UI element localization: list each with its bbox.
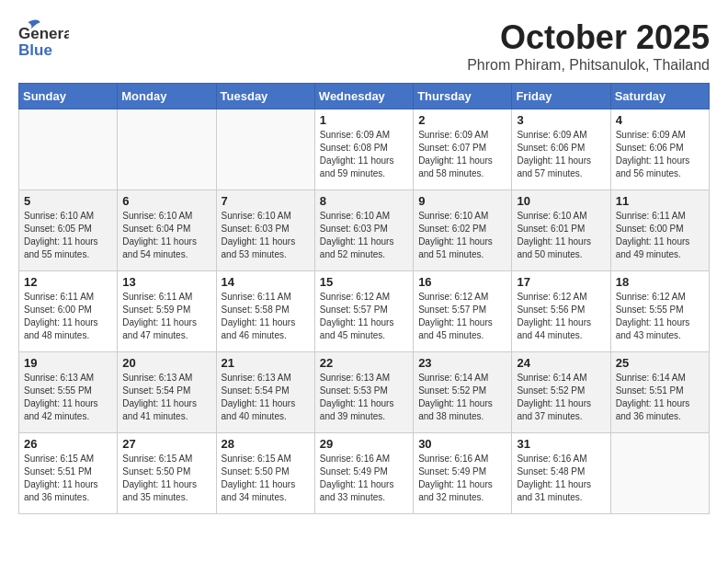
calendar-cell: 29Sunrise: 6:16 AM Sunset: 5:49 PM Dayli… bbox=[314, 433, 413, 514]
day-number: 11 bbox=[616, 194, 704, 208]
calendar-cell: 26Sunrise: 6:15 AM Sunset: 5:51 PM Dayli… bbox=[19, 433, 118, 514]
calendar-cell: 25Sunrise: 6:14 AM Sunset: 5:51 PM Dayli… bbox=[610, 352, 709, 433]
day-number: 19 bbox=[24, 356, 112, 370]
day-number: 21 bbox=[222, 356, 310, 370]
day-number: 22 bbox=[320, 356, 408, 370]
svg-text:General: General bbox=[18, 25, 69, 42]
cell-info: Sunrise: 6:10 AM Sunset: 6:03 PM Dayligh… bbox=[320, 210, 408, 261]
day-number: 23 bbox=[418, 356, 506, 370]
weekday-header-thursday: Thursday bbox=[414, 84, 512, 109]
cell-info: Sunrise: 6:10 AM Sunset: 6:03 PM Dayligh… bbox=[222, 210, 310, 261]
cell-info: Sunrise: 6:15 AM Sunset: 5:51 PM Dayligh… bbox=[24, 453, 112, 504]
cell-info: Sunrise: 6:09 AM Sunset: 6:06 PM Dayligh… bbox=[517, 129, 605, 180]
cell-info: Sunrise: 6:15 AM Sunset: 5:50 PM Dayligh… bbox=[222, 453, 310, 504]
cell-info: Sunrise: 6:16 AM Sunset: 5:48 PM Dayligh… bbox=[517, 453, 605, 504]
day-number: 18 bbox=[616, 275, 704, 289]
cell-info: Sunrise: 6:09 AM Sunset: 6:06 PM Dayligh… bbox=[616, 129, 704, 180]
calendar-cell: 16Sunrise: 6:12 AM Sunset: 5:57 PM Dayli… bbox=[414, 271, 512, 352]
cell-info: Sunrise: 6:11 AM Sunset: 6:00 PM Dayligh… bbox=[24, 291, 112, 342]
day-number: 17 bbox=[517, 275, 605, 289]
day-number: 9 bbox=[418, 194, 506, 208]
day-number: 24 bbox=[517, 356, 605, 370]
calendar-cell: 24Sunrise: 6:14 AM Sunset: 5:52 PM Dayli… bbox=[512, 352, 610, 433]
cell-info: Sunrise: 6:14 AM Sunset: 5:51 PM Dayligh… bbox=[616, 372, 704, 423]
calendar-cell: 1Sunrise: 6:09 AM Sunset: 6:08 PM Daylig… bbox=[314, 109, 413, 190]
cell-info: Sunrise: 6:16 AM Sunset: 5:49 PM Dayligh… bbox=[418, 453, 506, 504]
cell-info: Sunrise: 6:13 AM Sunset: 5:55 PM Dayligh… bbox=[24, 372, 112, 423]
day-number: 7 bbox=[222, 194, 310, 208]
cell-info: Sunrise: 6:09 AM Sunset: 6:08 PM Dayligh… bbox=[320, 129, 408, 180]
day-number: 27 bbox=[122, 437, 210, 451]
calendar-cell: 27Sunrise: 6:15 AM Sunset: 5:50 PM Dayli… bbox=[118, 433, 216, 514]
cell-info: Sunrise: 6:10 AM Sunset: 6:04 PM Dayligh… bbox=[122, 210, 210, 261]
title-area: October 2025 Phrom Phiram, Phitsanulok, … bbox=[467, 18, 710, 74]
calendar-cell: 31Sunrise: 6:16 AM Sunset: 5:48 PM Dayli… bbox=[512, 433, 610, 514]
cell-info: Sunrise: 6:11 AM Sunset: 5:59 PM Dayligh… bbox=[122, 291, 210, 342]
calendar-cell: 11Sunrise: 6:11 AM Sunset: 6:00 PM Dayli… bbox=[610, 190, 709, 271]
day-number: 2 bbox=[418, 113, 506, 127]
calendar-cell: 19Sunrise: 6:13 AM Sunset: 5:55 PM Dayli… bbox=[19, 352, 118, 433]
calendar-cell bbox=[19, 109, 118, 190]
calendar-cell: 5Sunrise: 6:10 AM Sunset: 6:05 PM Daylig… bbox=[19, 190, 118, 271]
day-number: 28 bbox=[222, 437, 310, 451]
calendar-cell: 23Sunrise: 6:14 AM Sunset: 5:52 PM Dayli… bbox=[414, 352, 512, 433]
calendar-table: SundayMondayTuesdayWednesdayThursdayFrid… bbox=[18, 83, 710, 514]
cell-info: Sunrise: 6:13 AM Sunset: 5:53 PM Dayligh… bbox=[320, 372, 408, 423]
calendar-cell: 3Sunrise: 6:09 AM Sunset: 6:06 PM Daylig… bbox=[512, 109, 610, 190]
calendar-cell: 7Sunrise: 6:10 AM Sunset: 6:03 PM Daylig… bbox=[216, 190, 314, 271]
day-number: 30 bbox=[418, 437, 506, 451]
calendar-cell: 14Sunrise: 6:11 AM Sunset: 5:58 PM Dayli… bbox=[216, 271, 314, 352]
day-number: 3 bbox=[517, 113, 605, 127]
calendar-cell: 20Sunrise: 6:13 AM Sunset: 5:54 PM Dayli… bbox=[118, 352, 216, 433]
day-number: 4 bbox=[616, 113, 704, 127]
cell-info: Sunrise: 6:12 AM Sunset: 5:55 PM Dayligh… bbox=[616, 291, 704, 342]
weekday-header-friday: Friday bbox=[512, 84, 610, 109]
cell-info: Sunrise: 6:16 AM Sunset: 5:49 PM Dayligh… bbox=[320, 453, 408, 504]
weekday-header-tuesday: Tuesday bbox=[216, 84, 314, 109]
day-number: 1 bbox=[320, 113, 408, 127]
cell-info: Sunrise: 6:14 AM Sunset: 5:52 PM Dayligh… bbox=[517, 372, 605, 423]
calendar-cell: 8Sunrise: 6:10 AM Sunset: 6:03 PM Daylig… bbox=[314, 190, 413, 271]
cell-info: Sunrise: 6:12 AM Sunset: 5:57 PM Dayligh… bbox=[418, 291, 506, 342]
cell-info: Sunrise: 6:11 AM Sunset: 5:58 PM Dayligh… bbox=[222, 291, 310, 342]
calendar-cell: 18Sunrise: 6:12 AM Sunset: 5:55 PM Dayli… bbox=[610, 271, 709, 352]
cell-info: Sunrise: 6:10 AM Sunset: 6:05 PM Dayligh… bbox=[24, 210, 112, 261]
day-number: 10 bbox=[517, 194, 605, 208]
weekday-header-sunday: Sunday bbox=[19, 84, 118, 109]
calendar-cell: 4Sunrise: 6:09 AM Sunset: 6:06 PM Daylig… bbox=[610, 109, 709, 190]
cell-info: Sunrise: 6:13 AM Sunset: 5:54 PM Dayligh… bbox=[222, 372, 310, 423]
day-number: 31 bbox=[517, 437, 605, 451]
day-number: 14 bbox=[222, 275, 310, 289]
cell-info: Sunrise: 6:15 AM Sunset: 5:50 PM Dayligh… bbox=[122, 453, 210, 504]
weekday-header-monday: Monday bbox=[118, 84, 216, 109]
calendar-cell: 12Sunrise: 6:11 AM Sunset: 6:00 PM Dayli… bbox=[19, 271, 118, 352]
day-number: 8 bbox=[320, 194, 408, 208]
day-number: 29 bbox=[320, 437, 408, 451]
day-number: 13 bbox=[122, 275, 210, 289]
calendar-cell: 30Sunrise: 6:16 AM Sunset: 5:49 PM Dayli… bbox=[414, 433, 512, 514]
month-title: October 2025 bbox=[467, 18, 710, 57]
general-blue-icon: General Blue bbox=[18, 18, 69, 69]
calendar-cell bbox=[610, 433, 709, 514]
cell-info: Sunrise: 6:14 AM Sunset: 5:52 PM Dayligh… bbox=[418, 372, 506, 423]
cell-info: Sunrise: 6:09 AM Sunset: 6:07 PM Dayligh… bbox=[418, 129, 506, 180]
calendar-cell: 17Sunrise: 6:12 AM Sunset: 5:56 PM Dayli… bbox=[512, 271, 610, 352]
logo: General Blue bbox=[18, 18, 73, 69]
cell-info: Sunrise: 6:10 AM Sunset: 6:01 PM Dayligh… bbox=[517, 210, 605, 261]
day-number: 5 bbox=[24, 194, 112, 208]
calendar-cell bbox=[118, 109, 216, 190]
calendar-cell: 2Sunrise: 6:09 AM Sunset: 6:07 PM Daylig… bbox=[414, 109, 512, 190]
calendar-cell: 10Sunrise: 6:10 AM Sunset: 6:01 PM Dayli… bbox=[512, 190, 610, 271]
svg-text:Blue: Blue bbox=[18, 41, 52, 59]
cell-info: Sunrise: 6:13 AM Sunset: 5:54 PM Dayligh… bbox=[122, 372, 210, 423]
day-number: 26 bbox=[24, 437, 112, 451]
calendar-cell bbox=[216, 109, 314, 190]
cell-info: Sunrise: 6:12 AM Sunset: 5:56 PM Dayligh… bbox=[517, 291, 605, 342]
day-number: 20 bbox=[122, 356, 210, 370]
calendar-cell: 22Sunrise: 6:13 AM Sunset: 5:53 PM Dayli… bbox=[314, 352, 413, 433]
calendar-cell: 15Sunrise: 6:12 AM Sunset: 5:57 PM Dayli… bbox=[314, 271, 413, 352]
day-number: 15 bbox=[320, 275, 408, 289]
calendar-cell: 13Sunrise: 6:11 AM Sunset: 5:59 PM Dayli… bbox=[118, 271, 216, 352]
day-number: 12 bbox=[24, 275, 112, 289]
page-header: General Blue October 2025 Phrom Phiram, … bbox=[18, 18, 710, 74]
